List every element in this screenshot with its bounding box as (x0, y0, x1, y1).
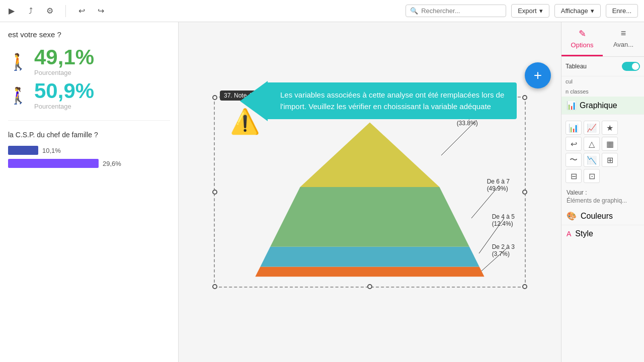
chart-type-icons-row4: ⊟ ⊡ (566, 169, 640, 183)
style-icon: A (567, 230, 571, 238)
chart-type-11[interactable]: ⊡ (584, 169, 600, 183)
style-label: Style (575, 229, 593, 238)
chart-type-1[interactable]: 📊 (566, 121, 582, 135)
bar-pct-2: 29,6% (103, 160, 121, 167)
export-label: Export (518, 7, 537, 15)
chart-type-7[interactable]: 〜 (566, 153, 582, 167)
cursor (450, 148, 454, 152)
tableau-toggle[interactable] (622, 62, 640, 71)
bar-pct-1: 10,1% (42, 147, 61, 154)
tableau-toggle-row: Tableau (566, 62, 640, 71)
tooltip-container: Les variables associées à cette analyse … (265, 82, 517, 119)
settings-button[interactable]: ⚙ (44, 6, 55, 17)
graphique-row[interactable]: 📊 Graphique (561, 97, 644, 115)
left-panel: est votre sexe ? 🚶 49,1% Pourcentage 🚶‍♀… (0, 22, 179, 362)
bar-fill-2 (8, 159, 99, 168)
toolbar-right: 🔍 Export ▾ Affichage ▾ Enre... (406, 4, 638, 18)
classes-label: n classes (561, 86, 644, 97)
affichage-label: Affichage (561, 7, 588, 15)
tooltip-text: Les variables associées à cette analyse … (265, 82, 517, 119)
chart-type-icons-row2: ↩ △ ▦ (566, 137, 640, 151)
share-button[interactable]: ⤴ (25, 6, 36, 17)
male-icon: 🚶 (8, 52, 28, 71)
enregistrer-label: Enre... (612, 7, 631, 15)
svg-marker-0 (255, 266, 484, 277)
chart-type-6[interactable]: ▦ (602, 137, 618, 151)
female-pct: 50,9% (34, 80, 94, 102)
question2-title: la C.S.P. du chef de famille ? (8, 131, 170, 139)
couleurs-label: Couleurs (581, 212, 613, 221)
search-box[interactable]: 🔍 (406, 5, 506, 17)
tableau-section: Tableau (561, 57, 644, 76)
valeur-label: Valeur : (567, 189, 639, 196)
chart-type-3[interactable]: ★ (602, 121, 618, 135)
svg-marker-2 (270, 187, 469, 247)
options-icon: ✎ (579, 28, 586, 39)
redo-button[interactable]: ↪ (95, 6, 106, 17)
chart-type-9[interactable]: ⊞ (602, 153, 618, 167)
female-row: 🚶‍♀️ 50,9% Pourcentage (8, 80, 170, 110)
male-label: Pourcentage (34, 69, 94, 76)
right-panel-tabs: ✎ Options ≡ Avan... (561, 22, 644, 57)
male-row: 🚶 49,1% Pourcentage (8, 47, 170, 76)
right-panel: ✎ Options ≡ Avan... Tableau cul n classe… (561, 22, 644, 362)
icon-grid-1: 📊 📈 ★ ↩ △ ▦ 〜 📉 ⊞ ⊟ ⊡ (561, 115, 644, 186)
tab-avance[interactable]: ≡ Avan... (603, 22, 644, 56)
tableau-label: Tableau (566, 63, 587, 70)
tooltip-arrow: Les variables associées à cette analyse … (265, 82, 517, 119)
chart-container[interactable]: 37. Note ℹ ✎ ⚠️ 8 et plus (33.8%) De 6 à… (214, 97, 526, 288)
avance-icon: ≡ (621, 28, 626, 39)
valeur-row: Valeur : Éléments de graphiq... (561, 186, 644, 207)
style-row[interactable]: A Style (561, 225, 644, 242)
couleurs-row[interactable]: 🎨 Couleurs (561, 207, 644, 225)
section-divider (8, 120, 170, 121)
female-label: Pourcentage (34, 103, 94, 110)
svg-marker-1 (260, 247, 479, 267)
chart-type-10[interactable]: ⊟ (566, 169, 582, 183)
undo-button[interactable]: ↩ (76, 6, 87, 17)
play-button[interactable]: ▶ (6, 6, 17, 17)
graphique-chart-icon: 📊 (567, 101, 577, 110)
affichage-chevron-icon: ▾ (591, 7, 594, 15)
search-input[interactable] (421, 7, 497, 15)
graphique-label: Graphique (580, 101, 617, 110)
affichage-button[interactable]: Affichage ▾ (554, 4, 601, 18)
add-button[interactable]: + (525, 62, 551, 88)
plus-icon: + (534, 67, 542, 83)
chart-type-8[interactable]: 📉 (584, 153, 600, 167)
label-2a3: De 2 à 3 (3.7%) (492, 243, 515, 257)
svg-marker-3 (300, 122, 439, 187)
chart-type-5[interactable]: △ (584, 137, 600, 151)
search-icon: 🔍 (410, 7, 418, 15)
chart-type-4[interactable]: ↩ (566, 137, 582, 151)
chart-type-icons-row3: 〜 📉 ⊞ (566, 153, 640, 167)
arrow-pointer-icon (240, 81, 268, 121)
toolbar: ▶ ⤴ ⚙ ↩ ↪ 🔍 Export ▾ Affichage ▾ Enre... (0, 0, 644, 22)
valeur-value: Éléments de graphiq... (567, 197, 639, 204)
question1-title: est votre sexe ? (8, 30, 170, 39)
male-pct: 49,1% (34, 47, 94, 68)
chart-type-icons-row1: 📊 📈 ★ (566, 121, 640, 135)
export-button[interactable]: Export ▾ (511, 4, 549, 18)
label-4a5: De 4 à 5 (12.4%) (492, 213, 515, 227)
tab-options-label: Options (571, 41, 594, 49)
main-area: + 37. Note ℹ ✎ ⚠️ (179, 22, 561, 362)
tab-avance-label: Avan... (613, 41, 633, 48)
export-chevron-icon: ▾ (539, 7, 543, 15)
divider1 (65, 5, 66, 17)
bar-fill-1 (8, 146, 38, 155)
label-6a7: De 6 à 7 (49.9%) (487, 178, 510, 192)
enregistrer-button[interactable]: Enre... (606, 4, 638, 18)
chart-type-2[interactable]: 📈 (584, 121, 600, 135)
bar-row-2: 29,6% (8, 159, 170, 168)
bar-row-1: 10,1% (8, 146, 170, 155)
female-icon: 🚶‍♀️ (8, 86, 28, 105)
couleurs-icon: 🎨 (567, 211, 577, 221)
tab-options[interactable]: ✎ Options (561, 22, 603, 56)
calcul-label: cul (561, 76, 644, 86)
